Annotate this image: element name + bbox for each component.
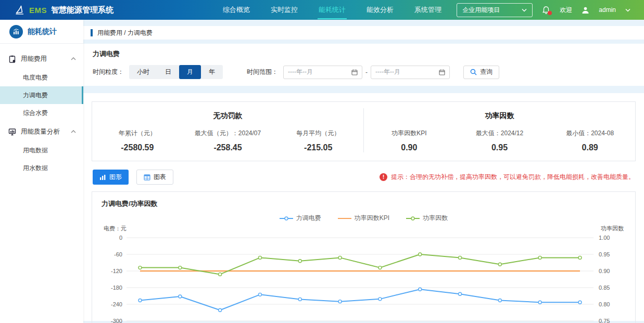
nav-overview[interactable]: 综合概览	[222, 1, 251, 19]
stats-summary-box: 无功罚款 年累计（元） -2580.59 最大值（元）：2024/07 -258…	[92, 101, 636, 161]
breadcrumb-accent-bar	[91, 29, 93, 36]
range-separator: -	[365, 69, 368, 76]
sidebar-group-quality-analysis[interactable]: 用能质量分析	[0, 122, 83, 141]
project-select[interactable]: 企业用能项目	[457, 3, 533, 17]
legend-item[interactable]: 功率因数KPI	[338, 214, 389, 223]
chart-title: 力调电费/功率因数	[102, 199, 626, 209]
axis-labels: 电费：元 功率因数	[102, 225, 626, 232]
table-view-button[interactable]: 图表	[136, 170, 173, 185]
top-nav: 综合概览 实时监控 能耗统计 能效分析 系统管理	[222, 1, 443, 19]
granularity-option-year[interactable]: 年	[201, 65, 223, 79]
alert-exclamation-icon: !	[380, 173, 387, 181]
topbar-right: 企业用能项目 欢迎 admin	[457, 3, 644, 17]
breadcrumb-text: 用能费用 / 力调电费	[97, 29, 153, 37]
breadcrumb: 用能费用 / 力调电费	[83, 26, 644, 40]
user-avatar-icon	[582, 6, 589, 14]
sidebar-module-title: 能耗统计	[28, 27, 57, 36]
chart-card: 力调电费/功率因数 力调电费功率因数KPI功率因数 电费：元 功率因数 01.0…	[92, 191, 636, 323]
legend-item[interactable]: 力调电费	[280, 214, 321, 223]
sidebar-item-electricity-fee[interactable]: 电度电费	[0, 69, 83, 86]
sidebar-group-label: 用能费用	[21, 55, 66, 63]
date-start-input[interactable]: ----年--月	[283, 66, 362, 79]
stat-pf-max: 最大值：2024/12 0.95	[454, 129, 545, 152]
chevron-up-icon	[71, 57, 76, 60]
svg-text:0.80: 0.80	[599, 301, 610, 307]
nav-realtime[interactable]: 实时监控	[270, 1, 299, 19]
sidebar-item-water-data[interactable]: 用水数据	[0, 159, 83, 177]
svg-text:-180: -180	[111, 285, 122, 291]
table-icon	[144, 174, 150, 180]
svg-text:-240: -240	[111, 301, 122, 307]
legend-label: 功率因数KPI	[355, 214, 389, 223]
graph-view-button[interactable]: 图形	[93, 170, 129, 185]
graph-view-label: 图形	[109, 173, 122, 182]
notification-bell-icon[interactable]	[542, 6, 550, 15]
stat-pf-kpi: 功率因数KPI 0.90	[364, 129, 454, 152]
bar-chart-circle-icon	[9, 25, 23, 38]
sidebar-item-electricity-data[interactable]: 用电数据	[0, 141, 83, 159]
trend-line-chart: 01.00-600.95-1200.90-1800.85-2400.80-300…	[102, 232, 627, 323]
sidebar-item-water-fee[interactable]: 综合水费	[0, 104, 83, 122]
date-start-placeholder: ----年--月	[288, 68, 313, 76]
granularity-option-month[interactable]: 月	[179, 65, 201, 79]
sidebar: 能耗统计 用能费用 电度电费 力调电费 综合水费 用能质量分析 用电数据 用水数…	[0, 20, 83, 323]
user-menu-chevron-icon[interactable]	[625, 8, 630, 12]
stat-max-penalty: 最大值（元）：2024/07 -258.45	[183, 129, 273, 152]
chart-legend: 力调电费功率因数KPI功率因数	[102, 214, 626, 223]
legend-marker-icon	[338, 216, 351, 221]
brand-text: EMS	[29, 6, 47, 15]
nav-energy-stats[interactable]: 能耗统计	[318, 1, 347, 19]
legend-marker-icon	[406, 216, 420, 221]
date-end-placeholder: ----年--月	[375, 68, 400, 76]
svg-text:1.00: 1.00	[599, 235, 610, 241]
granularity-option-day[interactable]: 日	[157, 65, 179, 79]
search-button-label: 查询	[480, 68, 493, 76]
search-button[interactable]: 查询	[463, 66, 499, 79]
hint-message: ! 提示：合理的无功补偿，提高功率因数，可以避免罚款，降低电能损耗，改善电能质量…	[380, 173, 635, 182]
right-axis-label: 功率因数	[601, 225, 624, 232]
logo-sail-icon	[15, 5, 25, 15]
sidebar-item-power-factor-fee[interactable]: 力调电费	[0, 86, 83, 104]
granularity-segmented-control: 小时 日 月 年	[129, 65, 223, 79]
power-factor-stats: 功率因数 功率因数KPI 0.90 最大值：2024/12 0.95 最小值：2…	[363, 108, 635, 152]
page-title: 力调电费	[93, 49, 635, 59]
project-select-value: 企业用能项目	[462, 6, 500, 15]
svg-text:-60: -60	[114, 251, 122, 257]
nav-system[interactable]: 系统管理	[413, 1, 443, 19]
power-factor-title: 功率因数	[364, 111, 635, 121]
filter-row: 时间粒度： 小时 日 月 年 时间范围： ----年--月 - ----年--月	[93, 65, 635, 79]
legend-label: 功率因数	[423, 214, 448, 223]
date-end-input[interactable]: ----年--月	[371, 66, 450, 79]
granularity-label: 时间粒度：	[93, 68, 124, 76]
calendar-icon	[439, 69, 445, 75]
table-view-label: 图表	[154, 173, 166, 182]
sidebar-group-label: 用能质量分析	[21, 127, 66, 136]
stat-pf-min: 最小值：2024-08 0.89	[545, 129, 635, 152]
svg-text:0.95: 0.95	[599, 251, 610, 257]
search-icon	[470, 69, 477, 75]
svg-text:0.85: 0.85	[599, 285, 610, 291]
svg-text:0: 0	[119, 235, 122, 241]
username-text[interactable]: admin	[599, 6, 616, 14]
hint-text: 提示：合理的无功补偿，提高功率因数，可以避免罚款，降低电能损耗，改善电能质量。	[391, 173, 635, 182]
main-content: 用能费用 / 力调电费 力调电费 时间粒度： 小时 日 月 年 时间范围： --…	[83, 20, 644, 323]
view-toggle-row: 图形 图表 ! 提示：合理的无功补偿，提高功率因数，可以避免罚款，降低电能损耗，…	[93, 170, 635, 185]
monitor-icon	[8, 128, 16, 136]
clipboard-icon	[8, 55, 16, 63]
granularity-option-hour[interactable]: 小时	[129, 65, 157, 79]
content-panel: 无功罚款 年累计（元） -2580.59 最大值（元）：2024/07 -258…	[83, 93, 644, 321]
stat-monthly-avg: 每月平均（元） -215.05	[273, 129, 363, 152]
calendar-icon	[351, 69, 358, 75]
sidebar-module-header: 能耗统计	[0, 20, 83, 44]
svg-text:-300: -300	[111, 318, 122, 323]
filter-card: 力调电费 时间粒度： 小时 日 月 年 时间范围： ----年--月 - ---…	[83, 44, 644, 86]
logo: EMS 智慧能源管理系统	[0, 5, 172, 15]
legend-label: 力调电费	[296, 214, 321, 223]
notification-badge	[548, 11, 552, 15]
sidebar-group-energy-cost[interactable]: 用能费用	[0, 49, 83, 69]
chevron-up-icon	[71, 130, 76, 133]
nav-efficiency[interactable]: 能效分析	[365, 1, 395, 19]
penalty-title: 无功罚款	[92, 111, 363, 121]
bar-chart-icon	[99, 174, 106, 180]
legend-item[interactable]: 功率因数	[406, 214, 448, 223]
